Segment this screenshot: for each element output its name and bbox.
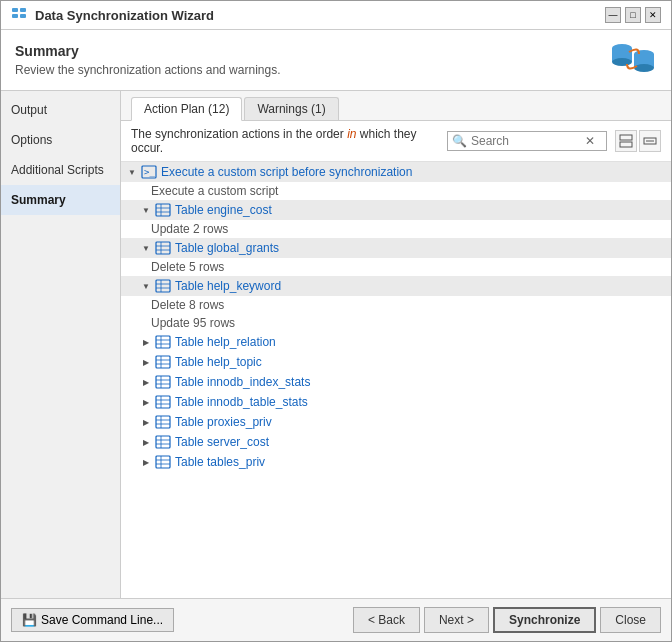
list-item[interactable]: ▼ Table engine_cost [121, 200, 671, 220]
save-label: Save Command Line... [41, 613, 163, 627]
list-item[interactable]: ▼ >_ Execute a custom script before sync… [121, 162, 671, 182]
action-link[interactable]: Table help_topic [175, 355, 262, 369]
svg-rect-40 [156, 396, 170, 408]
table-icon [155, 435, 171, 449]
page-subtitle: Review the synchronization actions and w… [15, 63, 280, 77]
sync-icon [609, 40, 657, 80]
search-input[interactable] [471, 134, 581, 148]
action-link[interactable]: Table server_cost [175, 435, 269, 449]
action-link[interactable]: Table proxies_priv [175, 415, 272, 429]
list-item[interactable]: ▶ Table proxies_priv [121, 412, 671, 432]
table-icon [155, 203, 171, 217]
collapse-arrow: ▼ [141, 281, 151, 291]
sidebar-item-additional-scripts[interactable]: Additional Scripts [1, 155, 120, 185]
window-title: Data Synchronization Wizard [35, 8, 214, 23]
save-command-line-button[interactable]: 💾 Save Command Line... [11, 608, 174, 632]
expand-all-button[interactable] [615, 130, 637, 152]
table-icon [155, 395, 171, 409]
action-link[interactable]: Table global_grants [175, 241, 279, 255]
minimize-button[interactable]: — [605, 7, 621, 23]
window-controls: — □ ✕ [605, 7, 661, 23]
table-icon [155, 241, 171, 255]
svg-text:>_: >_ [144, 167, 155, 177]
svg-rect-16 [156, 204, 170, 216]
expand-arrow: ▶ [141, 377, 151, 387]
search-box: 🔍 ✕ [447, 131, 607, 151]
table-icon [155, 455, 171, 469]
title-bar: Data Synchronization Wizard — □ ✕ [1, 1, 671, 30]
tab-warnings[interactable]: Warnings (1) [244, 97, 338, 120]
sub-text: Delete 5 rows [121, 258, 671, 276]
header-area: Summary Review the synchronization actio… [1, 30, 671, 91]
action-link[interactable]: Table innodb_index_stats [175, 375, 310, 389]
main-window: Data Synchronization Wizard — □ ✕ Summar… [0, 0, 672, 642]
list-item[interactable]: ▼ Table global_grants [121, 238, 671, 258]
list-item[interactable]: ▼ Table help_keyword [121, 276, 671, 296]
sidebar-item-output[interactable]: Output [1, 95, 120, 125]
action-link[interactable]: Table help_keyword [175, 279, 281, 293]
svg-rect-32 [156, 356, 170, 368]
table-icon [155, 355, 171, 369]
list-item[interactable]: ▶ Table help_relation [121, 332, 671, 352]
list-item[interactable]: ▶ Table innodb_table_stats [121, 392, 671, 412]
svg-rect-28 [156, 336, 170, 348]
main-area: Output Options Additional Scripts Summar… [1, 91, 671, 598]
svg-rect-48 [156, 436, 170, 448]
close-button[interactable]: Close [600, 607, 661, 633]
toolbar-description: The synchronization actions in the order… [131, 127, 439, 155]
action-list: ▼ >_ Execute a custom script before sync… [121, 162, 671, 598]
collapse-arrow: ▼ [141, 243, 151, 253]
close-button[interactable]: ✕ [645, 7, 661, 23]
sidebar-item-summary[interactable]: Summary [1, 185, 120, 215]
sub-text: Update 95 rows [121, 314, 671, 332]
collapse-icon [643, 134, 657, 148]
desc-part1: The synchronization actions in the order [131, 127, 347, 141]
script-icon: >_ [141, 165, 157, 179]
page-title: Summary [15, 43, 280, 59]
svg-rect-10 [620, 135, 632, 140]
svg-point-6 [612, 58, 632, 66]
table-icon [155, 335, 171, 349]
svg-rect-3 [20, 14, 26, 18]
collapse-all-button[interactable] [639, 130, 661, 152]
tab-action-plan[interactable]: Action Plan (12) [131, 97, 242, 121]
table-icon [155, 415, 171, 429]
sub-text: Delete 8 rows [121, 296, 671, 314]
table-icon [155, 279, 171, 293]
svg-rect-1 [12, 14, 18, 18]
list-item[interactable]: ▶ Table tables_priv [121, 452, 671, 472]
sub-text: Execute a custom script [121, 182, 671, 200]
svg-rect-36 [156, 376, 170, 388]
expand-icon [619, 134, 633, 148]
table-icon [155, 375, 171, 389]
list-item[interactable]: ▶ Table server_cost [121, 432, 671, 452]
search-clear-button[interactable]: ✕ [585, 135, 595, 147]
action-link[interactable]: Execute a custom script before synchroni… [161, 165, 412, 179]
back-button[interactable]: < Back [353, 607, 420, 633]
sidebar: Output Options Additional Scripts Summar… [1, 91, 121, 598]
tabs-bar: Action Plan (12) Warnings (1) [121, 91, 671, 121]
save-icon: 💾 [22, 613, 37, 627]
action-link[interactable]: Table help_relation [175, 335, 276, 349]
list-item[interactable]: ▶ Table help_topic [121, 352, 671, 372]
expand-arrow: ▶ [141, 437, 151, 447]
svg-rect-2 [20, 8, 26, 12]
next-button[interactable]: Next > [424, 607, 489, 633]
action-link[interactable]: Table tables_priv [175, 455, 265, 469]
action-link[interactable]: Table engine_cost [175, 203, 272, 217]
action-link[interactable]: Table innodb_table_stats [175, 395, 308, 409]
svg-rect-11 [620, 142, 632, 147]
svg-rect-44 [156, 416, 170, 428]
svg-rect-20 [156, 242, 170, 254]
toolbar-row: The synchronization actions in the order… [121, 121, 671, 162]
expand-arrow: ▶ [141, 337, 151, 347]
maximize-button[interactable]: □ [625, 7, 641, 23]
toolbar-icons [615, 130, 661, 152]
synchronize-button[interactable]: Synchronize [493, 607, 596, 633]
svg-rect-24 [156, 280, 170, 292]
collapse-arrow: ▼ [127, 167, 137, 177]
search-icon: 🔍 [452, 134, 467, 148]
expand-arrow: ▶ [141, 357, 151, 367]
sidebar-item-options[interactable]: Options [1, 125, 120, 155]
list-item[interactable]: ▶ Table innodb_index_stats [121, 372, 671, 392]
